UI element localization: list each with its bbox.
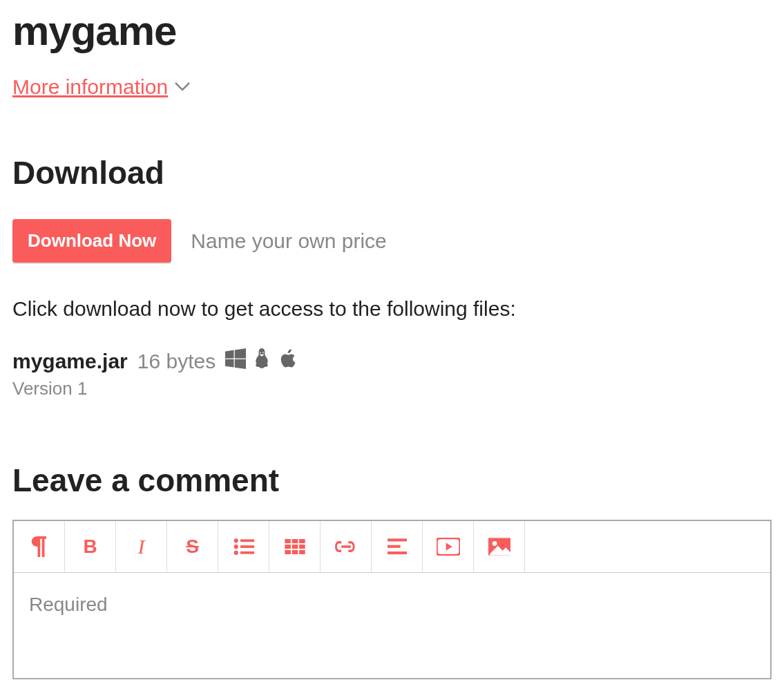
align-tool[interactable]: [372, 521, 423, 572]
download-now-button[interactable]: Download Now: [12, 219, 171, 263]
svg-rect-10: [291, 545, 298, 549]
bullet-list-tool[interactable]: [218, 521, 269, 572]
italic-tool[interactable]: I: [116, 521, 167, 572]
download-row: Download Now Name your own price: [12, 219, 772, 263]
svg-rect-13: [291, 550, 298, 554]
bold-tool[interactable]: B: [65, 521, 116, 572]
svg-rect-5: [240, 551, 254, 554]
svg-rect-7: [291, 539, 298, 543]
svg-rect-17: [388, 551, 407, 554]
page-title: mygame: [12, 7, 772, 55]
svg-rect-16: [388, 545, 401, 548]
more-information-label: More information: [12, 75, 168, 99]
svg-rect-14: [299, 550, 305, 554]
editor-toolbar: B I S: [14, 521, 770, 573]
svg-rect-6: [285, 539, 291, 543]
apple-icon: [278, 348, 298, 374]
svg-point-4: [233, 551, 238, 555]
comment-editor: B I S Required: [12, 520, 772, 679]
chevron-down-icon: [175, 79, 190, 95]
svg-rect-11: [299, 545, 305, 549]
svg-rect-9: [285, 545, 291, 549]
strikethrough-tool[interactable]: S: [167, 521, 218, 572]
leave-comment-heading: Leave a comment: [12, 462, 772, 499]
file-size: 16 bytes: [137, 350, 216, 373]
platform-icons: [225, 348, 298, 374]
windows-icon: [225, 348, 246, 374]
linux-icon: [251, 348, 272, 374]
image-tool[interactable]: [474, 521, 525, 572]
paragraph-tool[interactable]: [14, 521, 65, 572]
price-label: Name your own price: [191, 229, 386, 253]
file-row: mygame.jar 16 bytes: [12, 348, 772, 374]
svg-rect-3: [240, 545, 254, 548]
comment-textarea[interactable]: Required: [14, 573, 770, 678]
svg-point-20: [492, 541, 497, 546]
download-description: Click download now to get access to the …: [12, 297, 772, 321]
more-information-link[interactable]: More information: [12, 75, 190, 99]
svg-point-0: [233, 538, 238, 543]
grid-tool[interactable]: [269, 521, 321, 572]
svg-rect-8: [299, 539, 305, 543]
svg-rect-15: [388, 538, 407, 541]
svg-rect-1: [240, 539, 254, 542]
link-tool[interactable]: [321, 521, 372, 572]
file-version: Version 1: [12, 378, 772, 399]
download-heading: Download: [12, 154, 772, 191]
file-name[interactable]: mygame.jar: [12, 350, 128, 373]
svg-point-2: [233, 545, 238, 549]
svg-rect-12: [285, 550, 291, 554]
video-tool[interactable]: [423, 521, 474, 572]
